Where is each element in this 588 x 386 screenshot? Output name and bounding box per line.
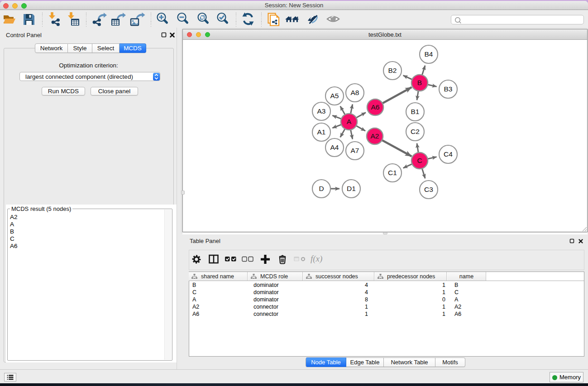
svg-text:A: A xyxy=(347,118,352,125)
svg-text:A2: A2 xyxy=(371,132,379,140)
svg-text:B3: B3 xyxy=(444,85,453,93)
svg-text:C2: C2 xyxy=(411,128,420,135)
svg-text:D1: D1 xyxy=(347,185,356,192)
svg-text:C3: C3 xyxy=(424,186,433,193)
svg-text:A4: A4 xyxy=(330,143,339,151)
svg-text:D: D xyxy=(319,185,324,192)
svg-text:A5: A5 xyxy=(330,92,339,100)
svg-text:A1: A1 xyxy=(317,128,326,136)
svg-text:A7: A7 xyxy=(351,147,359,154)
svg-text:B1: B1 xyxy=(411,108,420,115)
svg-text:B: B xyxy=(417,79,422,86)
svg-text:A6: A6 xyxy=(371,103,380,111)
svg-text:A3: A3 xyxy=(317,107,326,115)
svg-text:B4: B4 xyxy=(425,50,433,58)
svg-text:C4: C4 xyxy=(444,150,453,158)
svg-text:A8: A8 xyxy=(351,89,359,96)
svg-text:C: C xyxy=(417,157,422,164)
svg-text:C1: C1 xyxy=(388,169,397,176)
svg-text:B2: B2 xyxy=(388,67,397,74)
